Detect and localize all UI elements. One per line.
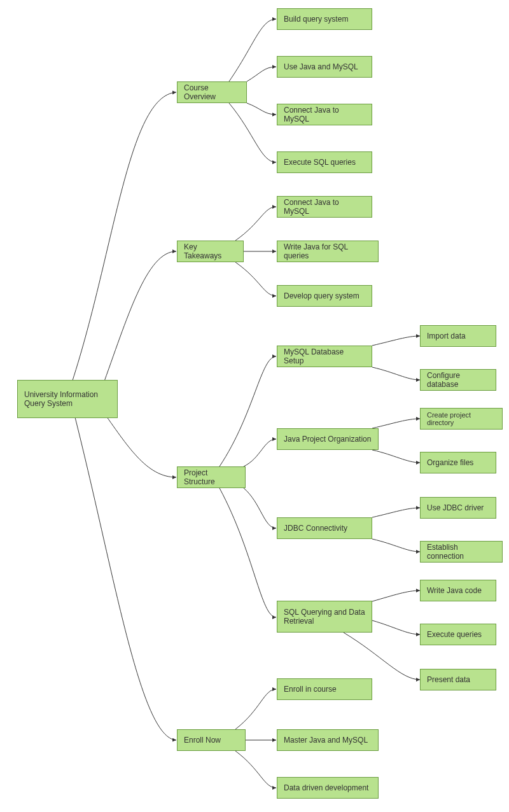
branch-enroll-now: Enroll Now [177, 729, 246, 751]
sub-label: SQL Querying and Data Retrieval [284, 608, 365, 626]
project-structure-label: Project Structure [184, 468, 239, 486]
sub-label: Java Project Organization [284, 435, 371, 444]
sub-mysql-setup: MySQL Database Setup [277, 346, 372, 367]
leaf-develop-query: Develop query system [277, 285, 372, 307]
leaf-label: Connect Java to MySQL [284, 106, 365, 123]
leaf-label: Import data [427, 332, 466, 340]
leaf-execute-queries: Execute queries [420, 624, 496, 645]
leaf-import-data: Import data [420, 325, 496, 347]
leaf-connect-java-mysql2: Connect Java to MySQL [277, 196, 372, 218]
leaf-establish-conn: Establish connection [420, 541, 503, 563]
leaf-organize-files: Organize files [420, 452, 496, 473]
leaf-label: Develop query system [284, 291, 359, 300]
sub-label: MySQL Database Setup [284, 347, 365, 365]
leaf-connect-java-mysql: Connect Java to MySQL [277, 104, 372, 125]
leaf-label: Data driven development [284, 783, 368, 792]
sub-java-org: Java Project Organization [277, 428, 379, 450]
leaf-label: Execute SQL queries [284, 158, 356, 167]
leaf-enroll-course: Enroll in course [277, 678, 372, 700]
leaf-label: Use JDBC driver [427, 503, 484, 512]
leaf-label: Write Java for SQL queries [284, 242, 372, 260]
leaf-label: Write Java code [427, 586, 482, 595]
sub-jdbc: JDBC Connectivity [277, 517, 372, 539]
leaf-label: Master Java and MySQL [284, 736, 368, 745]
leaf-configure-db: Configure database [420, 369, 496, 391]
leaf-write-java: Write Java code [420, 580, 496, 601]
leaf-label: Present data [427, 675, 470, 684]
enroll-now-label: Enroll Now [184, 736, 221, 745]
leaf-label: Configure database [427, 371, 489, 389]
course-overview-label: Course Overview [184, 83, 240, 101]
leaf-use-java-mysql: Use Java and MySQL [277, 56, 372, 78]
leaf-label: Create project directory [427, 411, 496, 426]
leaf-label: Execute queries [427, 630, 482, 639]
root-node: University Information Query System [17, 380, 118, 418]
leaf-jdbc-driver: Use JDBC driver [420, 497, 496, 519]
branch-course-overview: Course Overview [177, 81, 247, 103]
leaf-present-data: Present data [420, 669, 496, 690]
leaf-data-driven-dev: Data driven development [277, 777, 379, 799]
leaf-label: Establish connection [427, 543, 496, 561]
sub-sql-query: SQL Querying and Data Retrieval [277, 601, 372, 633]
key-takeaways-label: Key Takeaways [184, 242, 237, 260]
root-label: University Information Query System [24, 390, 111, 408]
leaf-execute-sql: Execute SQL queries [277, 151, 372, 173]
branch-project-structure: Project Structure [177, 466, 246, 488]
leaf-label: Enroll in course [284, 685, 337, 694]
leaf-build-query: Build query system [277, 8, 372, 30]
sub-label: JDBC Connectivity [284, 524, 347, 533]
leaf-master-java-mysql: Master Java and MySQL [277, 729, 379, 751]
leaf-label: Organize files [427, 458, 473, 467]
leaf-write-java-sql: Write Java for SQL queries [277, 241, 379, 262]
leaf-create-proj-dir: Create project directory [420, 408, 503, 430]
leaf-label: Connect Java to MySQL [284, 198, 365, 216]
leaf-label: Build query system [284, 15, 348, 24]
leaf-label: Use Java and MySQL [284, 62, 358, 71]
branch-key-takeaways: Key Takeaways [177, 241, 244, 262]
